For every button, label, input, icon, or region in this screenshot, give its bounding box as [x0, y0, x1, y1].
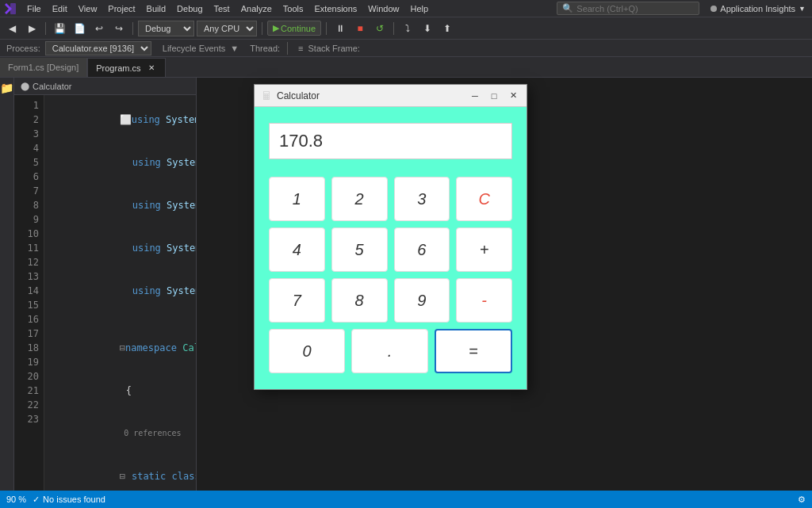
code-area: 12345 678910 1112131415 1617181920 21222…: [14, 95, 196, 491]
status-issues[interactable]: ✓ No issues found: [33, 495, 105, 505]
save-all-button[interactable]: 📄: [71, 20, 88, 37]
calc-title-text: Calculator: [277, 90, 463, 101]
menu-edit[interactable]: Edit: [48, 2, 72, 15]
step-into[interactable]: ⬇: [419, 20, 436, 37]
menu-test[interactable]: Test: [209, 2, 235, 15]
calc-maximize-button[interactable]: □: [487, 89, 501, 103]
search-icon: 🔍: [562, 3, 573, 13]
calc-body: 170.8 1 2 3 C 4 5 6 + 7: [255, 107, 527, 389]
calc-btn-5[interactable]: 5: [331, 227, 388, 272]
toolbar: ◀ ▶ 💾 📄 ↩ ↪ Debug Release Any CPU ▶ Cont…: [0, 17, 812, 40]
back-button[interactable]: ◀: [3, 20, 21, 37]
calc-app-icon: 🖩: [261, 90, 272, 102]
menu-help[interactable]: Help: [405, 2, 433, 15]
app-insights-button[interactable]: Application Insights ▼: [707, 2, 809, 15]
redo-button[interactable]: ↪: [110, 20, 128, 37]
save-button[interactable]: 💾: [51, 20, 68, 37]
app-insights-dot-icon: [710, 6, 717, 12]
calc-btn-3[interactable]: 3: [394, 177, 450, 221]
code-line-4: using System.Threading.Tasks;: [51, 227, 190, 269]
toolbar-sep-4: [326, 22, 327, 35]
toolbar-sep-3: [262, 22, 262, 35]
calc-titlebar: 🖩 Calculator ─ □ ✕: [255, 85, 527, 107]
config-dropdown[interactable]: Debug Release: [138, 21, 194, 36]
toolbar-sep-1: [45, 22, 46, 35]
tab-program-close[interactable]: ✕: [146, 63, 157, 74]
menu-debug[interactable]: Debug: [172, 2, 207, 15]
thread-label: Thread:: [250, 44, 280, 53]
code-line-10: ⊟static class Program: [51, 455, 190, 491]
menu-tools[interactable]: Tools: [278, 2, 308, 15]
tab-form1-design[interactable]: Form1.cs [Design]: [0, 58, 87, 77]
code-line-3: using System.Linq;: [51, 184, 190, 227]
step-out[interactable]: ⬆: [439, 20, 456, 37]
calculator-window: 🖩 Calculator ─ □ ✕ 170.8 1 2 3 C 4: [254, 84, 527, 390]
calc-btn-7[interactable]: 7: [269, 278, 325, 323]
search-input[interactable]: [576, 4, 680, 13]
svg-rect-0: [10, 3, 16, 14]
sidebar-explorer[interactable]: 📁: [0, 79, 16, 97]
menu-file[interactable]: File: [22, 2, 46, 15]
explorer-title: ⬤ Calculator: [14, 78, 196, 95]
toolbar-sep-2: [132, 22, 133, 35]
process-selector[interactable]: Calculator.exe [9136]: [45, 41, 151, 55]
menu-view[interactable]: View: [74, 2, 102, 15]
settings-icon[interactable]: ⚙: [798, 495, 806, 505]
menu-extensions[interactable]: Extensions: [310, 2, 362, 15]
calc-row-3: 7 8 9 -: [269, 278, 512, 323]
menu-bar: File Edit View Project Build Debug Test …: [0, 0, 812, 17]
calc-minimize-button[interactable]: ─: [468, 89, 482, 103]
menu-window[interactable]: Window: [363, 2, 404, 15]
code-line-7: ⊟namespace Calculator: [51, 327, 190, 369]
explorer-title-text: Calculator: [33, 82, 72, 91]
search-box[interactable]: 🔍: [557, 2, 699, 15]
calc-buttons: 1 2 3 C 4 5 6 + 7 8 9 -: [269, 177, 512, 373]
calc-btn-clear[interactable]: C: [456, 177, 512, 221]
continue-button[interactable]: ▶ Continue: [267, 21, 321, 36]
calc-close-button[interactable]: ✕: [506, 89, 520, 103]
status-left: 90 % ✓ No issues found: [6, 495, 105, 505]
app-insights-chevron-icon: ▼: [799, 5, 806, 13]
explorer-panel: ⬤ Calculator 12345 678910 1112131415 161…: [14, 78, 197, 491]
status-right: ⚙: [798, 495, 806, 505]
menu-analyze[interactable]: Analyze: [236, 2, 277, 15]
calc-btn-minus[interactable]: -: [456, 278, 512, 323]
code-content: ⬜using System; using System.Collections.…: [44, 95, 196, 491]
forward-button[interactable]: ▶: [23, 20, 40, 37]
code-line-5: using System.Windows.Forms;: [51, 269, 190, 312]
calc-btn-dot[interactable]: .: [351, 329, 427, 373]
stack-icon: ≡: [298, 44, 303, 53]
calc-btn-plus[interactable]: +: [456, 227, 512, 272]
calc-row-1: 1 2 3 C: [269, 177, 512, 221]
calc-row-4: 0 . =: [269, 329, 512, 373]
lifecycle-dropdown-icon: ▼: [230, 44, 239, 53]
calc-btn-equals[interactable]: =: [435, 329, 512, 373]
process-label: Process:: [6, 44, 40, 53]
thread-sep: [287, 42, 288, 55]
calc-btn-1[interactable]: 1: [269, 177, 325, 221]
stop-button[interactable]: ■: [351, 20, 369, 37]
pause-button[interactable]: ⏸: [331, 20, 349, 37]
calc-btn-8[interactable]: 8: [331, 278, 388, 323]
stack-label: Stack Frame:: [308, 44, 360, 53]
step-over[interactable]: ⤵: [399, 20, 416, 37]
code-line-6: [51, 312, 190, 327]
calc-btn-4[interactable]: 4: [269, 227, 325, 272]
menu-project[interactable]: Project: [103, 2, 140, 15]
status-bar: 90 % ✓ No issues found ⚙: [0, 491, 812, 508]
lifecycle-label: Lifecycle Events: [163, 44, 225, 53]
tab-program-cs[interactable]: Program.cs ✕: [87, 58, 165, 77]
calc-btn-2[interactable]: 2: [331, 177, 388, 221]
calc-display: 170.8: [269, 123, 512, 159]
calc-btn-9[interactable]: 9: [394, 278, 450, 323]
cpu-dropdown[interactable]: Any CPU: [197, 21, 257, 36]
undo-button[interactable]: ↩: [90, 20, 108, 37]
calc-btn-6[interactable]: 6: [394, 227, 450, 272]
calc-btn-0[interactable]: 0: [269, 329, 345, 373]
calc-row-2: 4 5 6 +: [269, 227, 512, 272]
code-line-8: {: [51, 369, 190, 412]
process-bar: Process: Calculator.exe [9136] Lifecycle…: [0, 40, 812, 57]
restart-button[interactable]: ↺: [371, 20, 389, 37]
menu-build[interactable]: Build: [142, 2, 170, 15]
issues-label: No issues found: [43, 495, 105, 504]
